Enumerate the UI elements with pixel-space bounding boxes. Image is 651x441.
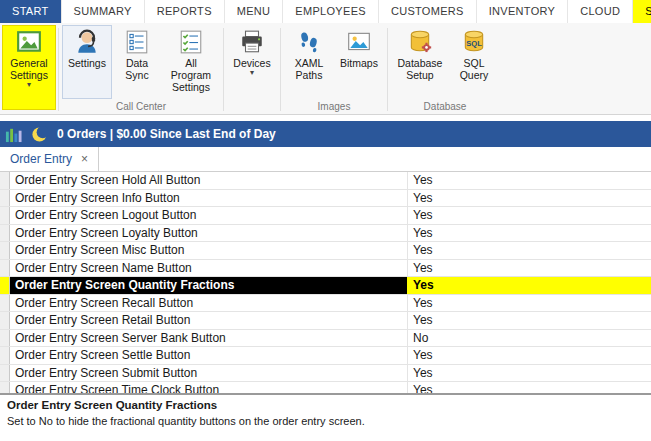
settings-grid: Order Entry Screen Hold All ButtonYesOrd… — [0, 172, 651, 393]
tab-cloud[interactable]: CLOUD — [568, 0, 633, 23]
database-setup-button-label: Database Setup — [393, 57, 447, 81]
tab-order-entry-label: Order Entry — [10, 152, 72, 166]
setting-value-cell[interactable]: Yes — [408, 295, 651, 312]
ribbon-group-devices: Devices ▾ — [226, 25, 278, 114]
table-row[interactable]: Order Entry Screen Logout ButtonYes — [0, 207, 651, 225]
printer-icon — [239, 29, 265, 55]
ribbon-group-items: XAML Paths Bitmaps — [284, 25, 384, 100]
ribbon: General Settings ▾ Settings Data Sync Al… — [0, 23, 651, 115]
row-gutter — [0, 295, 10, 312]
table-row[interactable]: Order Entry Screen Submit ButtonYes — [0, 365, 651, 383]
setting-name-cell: Order Entry Screen Misc Button — [10, 242, 408, 259]
row-gutter — [0, 365, 10, 382]
chevron-down-icon: ▾ — [250, 69, 254, 77]
all-program-settings-button-label: All Program Settings — [164, 57, 218, 93]
row-gutter — [0, 330, 10, 347]
setting-detail-title: Order Entry Screen Quantity Fractions — [7, 399, 644, 411]
table-row[interactable]: Order Entry Screen Info ButtonYes — [0, 190, 651, 208]
ribbon-group-separator — [223, 28, 224, 111]
table-row[interactable]: Order Entry Screen Server Bank ButtonNo — [0, 330, 651, 348]
data-sync-button[interactable]: Data Sync — [112, 25, 162, 99]
setting-name-cell: Order Entry Screen Logout Button — [10, 207, 408, 224]
bitmaps-button[interactable]: Bitmaps — [334, 25, 384, 99]
setting-value-cell[interactable]: Yes — [408, 172, 651, 189]
table-row[interactable]: Order Entry Screen Misc ButtonYes — [0, 242, 651, 260]
chevron-down-icon: ▾ — [27, 81, 31, 89]
sql-query-button-label: SQL Query — [451, 57, 497, 81]
table-row[interactable]: Order Entry Screen Retail ButtonYes — [0, 312, 651, 330]
row-gutter — [0, 312, 10, 329]
row-gutter — [0, 347, 10, 364]
setting-name-cell: Order Entry Screen Server Bank Button — [10, 330, 408, 347]
xaml-paths-button-label: XAML Paths — [286, 57, 332, 81]
data-sync-button-label: Data Sync — [114, 57, 160, 81]
ribbon-group-label-images: Images — [284, 100, 384, 114]
xaml-paths-button[interactable]: XAML Paths — [284, 25, 334, 99]
tab-reports[interactable]: REPORTS — [145, 0, 225, 23]
ribbon-group-separator — [280, 28, 281, 111]
setting-value-cell[interactable]: Yes — [408, 277, 651, 294]
table-row[interactable]: Order Entry Screen Recall ButtonYes — [0, 295, 651, 313]
row-gutter — [0, 382, 10, 393]
ribbon-group-call-center: Settings Data Sync All Program Settings … — [61, 25, 221, 114]
sql-query-button[interactable]: SQL SQL Query — [449, 25, 499, 99]
database-gear-icon — [407, 29, 433, 55]
setting-value-cell[interactable]: Yes — [408, 207, 651, 224]
setting-value-cell[interactable]: Yes — [408, 347, 651, 364]
row-gutter — [0, 190, 10, 207]
status-bar: 0 Orders | $0.00 Since Last End of Day — [0, 121, 651, 147]
settings-button-label: Settings — [68, 57, 106, 69]
devices-button[interactable]: Devices ▾ — [227, 25, 277, 99]
tab-employees[interactable]: EMPLOYEES — [283, 0, 379, 23]
setting-value-cell[interactable]: Yes — [408, 382, 651, 393]
moon-icon — [31, 126, 48, 143]
table-row[interactable]: Order Entry Screen Settle ButtonYes — [0, 347, 651, 365]
setting-value-cell[interactable]: No — [408, 330, 651, 347]
footprints-icon — [296, 29, 322, 55]
tab-menu[interactable]: MENU — [225, 0, 284, 23]
tab-start[interactable]: START — [0, 0, 62, 23]
setting-value-cell[interactable]: Yes — [408, 190, 651, 207]
setting-name-cell: Order Entry Screen Hold All Button — [10, 172, 408, 189]
table-row[interactable]: Order Entry Screen Name ButtonYes — [0, 260, 651, 278]
close-icon[interactable]: × — [81, 152, 88, 166]
status-text: 0 Orders | $0.00 Since Last End of Day — [57, 127, 276, 141]
setting-value-cell[interactable]: Yes — [408, 312, 651, 329]
database-setup-button[interactable]: Database Setup — [391, 25, 449, 99]
table-row[interactable]: Order Entry Screen Time Clock ButtonYes — [0, 382, 651, 393]
setting-detail-description: Set to No to hide the fractional quantit… — [7, 415, 644, 427]
setting-value-cell[interactable]: Yes — [408, 242, 651, 259]
tab-settings[interactable]: SETTINGS — [633, 0, 651, 23]
setting-detail-panel: Order Entry Screen Quantity Fractions Se… — [0, 393, 651, 441]
table-row[interactable]: Order Entry Screen Loyalty ButtonYes — [0, 225, 651, 243]
row-gutter — [0, 172, 10, 189]
row-gutter — [0, 242, 10, 259]
ribbon-group-separator — [387, 28, 388, 111]
ribbon-group-items: Database Setup SQL SQL Query — [391, 25, 499, 100]
all-program-settings-button[interactable]: All Program Settings — [162, 25, 220, 99]
general-settings-button[interactable]: General Settings ▾ — [2, 25, 56, 110]
sync-list-icon — [124, 29, 150, 55]
ribbon-group-database: Database Setup SQL SQL Query Database — [390, 25, 500, 114]
row-gutter — [0, 207, 10, 224]
table-row[interactable]: Order Entry Screen Hold All ButtonYes — [0, 172, 651, 190]
setting-name-cell: Order Entry Screen Submit Button — [10, 365, 408, 382]
general-settings-label: General Settings — [4, 57, 54, 81]
tab-inventory[interactable]: INVENTORY — [477, 0, 568, 23]
table-row[interactable]: Order Entry Screen Quantity FractionsYes — [0, 277, 651, 295]
svg-text:SQL: SQL — [466, 39, 482, 48]
tab-summary[interactable]: SUMMARY — [62, 0, 145, 23]
setting-value-cell[interactable]: Yes — [408, 225, 651, 242]
ribbon-group-items: Devices ▾ — [227, 25, 277, 100]
program-settings-icon — [178, 29, 204, 55]
ribbon-group-separator — [58, 28, 59, 111]
document-tab-strip: Order Entry × — [0, 147, 651, 172]
setting-name-cell: Order Entry Screen Name Button — [10, 260, 408, 277]
setting-name-cell: Order Entry Screen Time Clock Button — [10, 382, 408, 393]
bitmap-icon — [346, 29, 372, 55]
setting-value-cell[interactable]: Yes — [408, 260, 651, 277]
settings-button[interactable]: Settings — [62, 25, 112, 99]
tab-order-entry[interactable]: Order Entry × — [0, 147, 99, 171]
tab-customers[interactable]: CUSTOMERS — [379, 0, 477, 23]
setting-value-cell[interactable]: Yes — [408, 365, 651, 382]
